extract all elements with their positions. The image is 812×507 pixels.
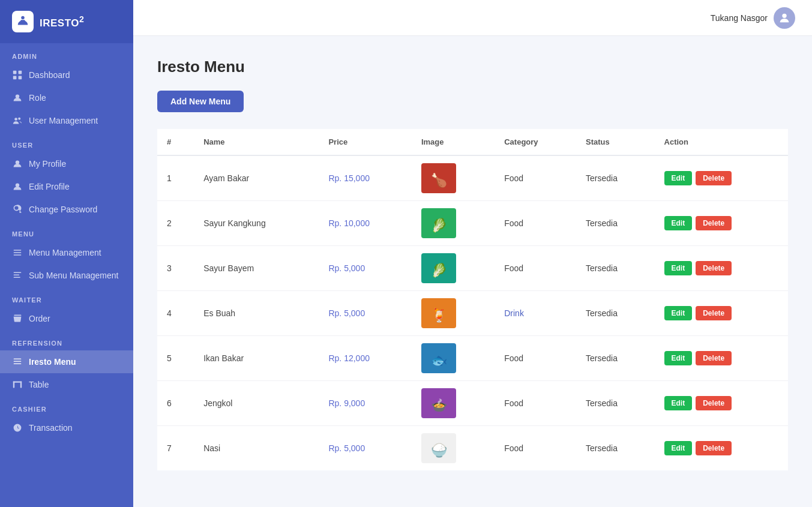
sidebar-logo[interactable]: IRESTO2 <box>0 0 133 43</box>
cell-price: Rp. 5,000 <box>319 246 411 291</box>
page-title: Iresto Menu <box>157 58 788 76</box>
cell-action: Edit Delete <box>655 426 788 471</box>
cell-image: 🥬 <box>412 246 495 291</box>
svg-rect-14 <box>14 272 22 273</box>
sidebar-item-iresto-menu[interactable]: Iresto Menu <box>0 350 133 373</box>
cell-name: Ayam Bakar <box>194 155 319 201</box>
sidebar-item-order[interactable]: Order <box>0 307 133 330</box>
edit-button[interactable]: Edit <box>664 216 693 230</box>
sidebar-label-my-profile: My Profile <box>29 159 66 169</box>
table-row: 4 Es Buah Rp. 5,000 🍹 Drink Tersedia Edi… <box>157 291 788 336</box>
sidebar-item-table[interactable]: Table <box>0 373 133 396</box>
delete-button[interactable]: Delete <box>696 351 732 365</box>
svg-rect-11 <box>14 250 22 251</box>
avatar[interactable] <box>774 7 795 29</box>
svg-point-23 <box>782 13 786 17</box>
col-image: Image <box>412 129 495 155</box>
logo-icon <box>12 11 34 32</box>
sidebar-label-transaction: Transaction <box>29 423 73 433</box>
topbar: Tukang Nasgor <box>133 0 812 36</box>
iresto-menu-icon <box>12 356 23 367</box>
users-icon <box>12 115 23 126</box>
sidebar-label-table: Table <box>29 380 49 389</box>
cell-category: Food <box>495 336 576 381</box>
cell-status: Tersedia <box>576 291 655 336</box>
edit-button[interactable]: Edit <box>664 441 693 455</box>
edit-profile-icon <box>12 181 23 192</box>
delete-button[interactable]: Delete <box>696 171 732 185</box>
sidebar-item-role[interactable]: Role <box>0 86 133 109</box>
add-new-menu-button[interactable]: Add New Menu <box>157 91 244 112</box>
cell-action: Edit Delete <box>655 381 788 426</box>
edit-button[interactable]: Edit <box>664 351 693 365</box>
sidebar-item-dashboard[interactable]: Dashboard <box>0 64 133 86</box>
sidebar: IRESTO2 ADMIN Dashboard Role User Manage… <box>0 0 133 507</box>
cell-status: Tersedia <box>576 336 655 381</box>
edit-button[interactable]: Edit <box>664 396 693 410</box>
sidebar-item-menu-management[interactable]: Menu Management <box>0 241 133 264</box>
sidebar-item-sub-menu-management[interactable]: Sub Menu Management <box>0 264 133 287</box>
svg-rect-5 <box>19 76 22 80</box>
svg-point-0 <box>21 16 25 19</box>
cell-image: 🍚 <box>412 426 495 471</box>
svg-rect-17 <box>14 358 22 359</box>
table-icon <box>12 379 23 390</box>
sidebar-label-iresto-menu: Iresto Menu <box>29 357 76 367</box>
edit-button[interactable]: Edit <box>664 171 693 185</box>
delete-button[interactable]: Delete <box>696 216 732 230</box>
sidebar-item-change-password[interactable]: Change Password <box>0 198 133 221</box>
edit-button[interactable]: Edit <box>664 261 693 275</box>
dashboard-icon <box>12 70 23 80</box>
section-waiter: WAITER <box>0 287 133 307</box>
col-category: Category <box>495 129 576 155</box>
svg-rect-21 <box>13 381 14 388</box>
delete-button[interactable]: Delete <box>696 306 732 320</box>
cell-category: Food <box>495 246 576 291</box>
sidebar-label-order: Order <box>29 314 50 323</box>
cell-num: 6 <box>157 381 194 426</box>
menu-table: # Name Price Image Category Status Actio… <box>157 129 788 470</box>
edit-button[interactable]: Edit <box>664 306 693 320</box>
cell-action: Edit Delete <box>655 201 788 246</box>
main-content: Tukang Nasgor Iresto Menu Add New Menu #… <box>133 0 812 507</box>
cell-image: 🍲 <box>412 381 495 426</box>
table-row: 5 Ikan Bakar Rp. 12,000 🐟 Food Tersedia … <box>157 336 788 381</box>
section-admin: ADMIN <box>0 43 133 64</box>
delete-button[interactable]: Delete <box>696 396 732 410</box>
cell-num: 5 <box>157 336 194 381</box>
sidebar-item-my-profile[interactable]: My Profile <box>0 152 133 175</box>
cell-category: Food <box>495 381 576 426</box>
cell-action: Edit Delete <box>655 155 788 201</box>
cell-name: Sayur Bayem <box>194 246 319 291</box>
sidebar-item-transaction[interactable]: Transaction <box>0 416 133 439</box>
order-icon <box>12 313 23 324</box>
cell-price: Rp. 9,000 <box>319 381 411 426</box>
cell-status: Tersedia <box>576 381 655 426</box>
table-row: 2 Sayur Kangkung Rp. 10,000 🥬 Food Terse… <box>157 201 788 246</box>
svg-point-6 <box>16 94 19 98</box>
col-action: Action <box>655 129 788 155</box>
cell-image: 🐟 <box>412 336 495 381</box>
svg-rect-16 <box>14 277 20 278</box>
delete-button[interactable]: Delete <box>696 441 732 455</box>
cell-num: 2 <box>157 201 194 246</box>
svg-rect-1 <box>20 20 25 21</box>
cell-status: Tersedia <box>576 426 655 471</box>
sidebar-item-edit-profile[interactable]: Edit Profile <box>0 175 133 198</box>
delete-button[interactable]: Delete <box>696 261 732 275</box>
col-num: # <box>157 129 194 155</box>
cell-action: Edit Delete <box>655 246 788 291</box>
sidebar-item-user-management[interactable]: User Management <box>0 109 133 132</box>
cell-name: Nasi <box>194 426 319 471</box>
topbar-username: Tukang Nasgor <box>711 13 768 23</box>
svg-rect-3 <box>19 71 22 74</box>
section-menu: MENU <box>0 221 133 241</box>
sidebar-label-user-management: User Management <box>29 116 98 125</box>
svg-rect-12 <box>14 252 22 253</box>
sidebar-label-role: Role <box>29 93 46 103</box>
cell-name: Es Buah <box>194 291 319 336</box>
table-row: 6 Jengkol Rp. 9,000 🍲 Food Tersedia Edit… <box>157 381 788 426</box>
svg-text:🍲: 🍲 <box>430 397 447 413</box>
section-refrension: REFRENSION <box>0 330 133 350</box>
profile-icon <box>12 158 23 169</box>
